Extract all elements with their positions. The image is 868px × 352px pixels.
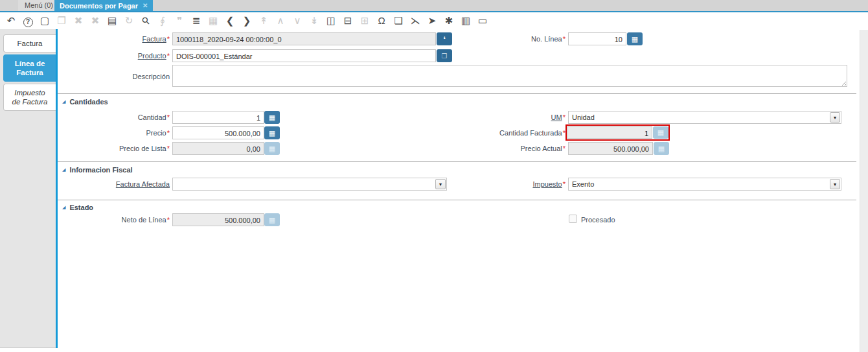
factura-label: Factura* (65, 34, 170, 43)
tab-menu[interactable]: Menú (0) (18, 0, 60, 11)
cantidad-calculator-button[interactable]: ▦ (264, 111, 280, 124)
descripcion-label: Descripción (65, 72, 170, 81)
grid-toggle-icon[interactable]: ≣ (188, 13, 205, 29)
cantidad-facturada-calculator-button: ▦ (653, 126, 668, 139)
calculator-icon: ▦ (658, 145, 665, 153)
zoom-across-icon[interactable]: ❏ (390, 13, 407, 29)
um-value: Unidad (569, 111, 829, 123)
no-linea-field-box (568, 32, 626, 45)
precio-actual-label: Precio Actual* (389, 144, 565, 153)
sidebar-tabs: FacturaLínea de FacturaImpuesto de Factu… (0, 29, 56, 348)
first-record-icon: ↟ (255, 13, 272, 29)
producto-input[interactable] (173, 51, 435, 62)
collapse-icon: ◢ (62, 167, 65, 173)
cantidad-input[interactable] (173, 112, 264, 124)
precio-input[interactable] (173, 128, 264, 139)
sidebar-accent-line (56, 29, 58, 348)
collapse-icon: ◢ (62, 99, 65, 105)
precio-field-box (172, 126, 264, 139)
print-icon: ⊞ (356, 13, 373, 29)
prev-record-icon[interactable]: ❮ (222, 13, 238, 29)
calculator-icon: ▦ (269, 113, 275, 122)
workflow-icon[interactable]: ⋋ (407, 13, 424, 29)
delete-record-icon: ✖ (70, 13, 87, 29)
send-mail-icon[interactable]: ➤ (424, 13, 440, 29)
um-label: UM* (389, 113, 565, 122)
impuesto-label: Impuesto* (389, 180, 565, 189)
producto-label: Producto* (65, 51, 170, 60)
precio-label: Precio* (65, 128, 170, 137)
neto-de-linea-input (173, 215, 264, 226)
procesado-checkbox[interactable] (569, 215, 577, 223)
descripcion-textarea[interactable] (173, 65, 847, 86)
chevron-down-icon[interactable]: ▾ (830, 112, 840, 123)
section-cantidades[interactable]: ◢ Cantidades (62, 98, 108, 106)
cantidad-field-box (172, 111, 264, 124)
no-linea-input[interactable] (569, 34, 626, 45)
save-icon[interactable]: ▤ (104, 13, 120, 29)
precio-actual-input (569, 143, 652, 155)
vertical-scrollbar[interactable] (860, 30, 868, 352)
section-cantidades-label: Cantidades (69, 98, 108, 106)
delete-selection-icon: ✖ (87, 13, 104, 29)
impuesto-dropdown[interactable]: Exento ▾ (568, 178, 841, 191)
lock-icon[interactable]: Ω (373, 13, 390, 29)
precio-de-lista-calculator-button: ▦ (264, 142, 280, 155)
close-tab-icon[interactable]: ✕ (143, 2, 148, 9)
precio-de-lista-input (173, 143, 264, 155)
neto-de-linea-calculator-button: ▦ (264, 213, 280, 226)
collapse-icon: ◢ (62, 204, 65, 211)
calculator-icon: ▦ (657, 128, 664, 137)
report-icon[interactable]: ◫ (323, 13, 339, 29)
precio-calculator-button[interactable]: ▦ (264, 126, 280, 139)
tab-factura[interactable]: Factura (3, 34, 56, 53)
help-icon[interactable]: ? (19, 13, 36, 29)
cantidad-facturada-label: Cantidad Facturada* (389, 128, 565, 137)
no-linea-calculator-button[interactable]: ▦ (627, 32, 643, 45)
product-info-icon[interactable]: ▥ (457, 13, 474, 29)
precio-de-lista-label: Precio de Lista* (65, 144, 170, 153)
factura-afectada-label: Factura Afectada (65, 180, 170, 189)
precio-de-lista-field-box (172, 142, 264, 155)
cantidad-facturada-input[interactable] (567, 128, 652, 139)
calculator-icon: ▦ (269, 129, 275, 137)
section-informacion-fiscal[interactable]: ◢ Informacion Fiscal (62, 166, 133, 174)
section-divider (58, 93, 856, 94)
um-dropdown[interactable]: Unidad ▾ (568, 111, 841, 124)
chevron-down-icon[interactable]: ▾ (830, 179, 840, 189)
preferences-icon[interactable]: ✱ (440, 13, 457, 29)
next-record-icon[interactable]: ❯ (238, 13, 255, 29)
cantidad-facturada-highlight: ▦ (565, 124, 670, 141)
toolbar: ↶?▢❐✖✖▤↻⚲∮❞≣▦❮❯↟∧∨↡◫⊟⊞Ω❏⋋➤✱▥▭ (3, 12, 865, 29)
cantidad-facturada-field-box (567, 126, 652, 139)
precio-actual-field-box (568, 142, 653, 155)
calendar-icon: ▦ (205, 13, 222, 29)
section-informacion-fiscal-label: Informacion Fiscal (69, 166, 132, 174)
neto-de-linea-field-box (172, 213, 264, 226)
neto-de-linea-label: Neto de Línea* (65, 215, 170, 224)
tab-impuesto-de-factura[interactable]: Impuesto de Factura (3, 84, 56, 111)
section-estado-label: Estado (69, 204, 93, 211)
producto-field-box (172, 49, 436, 62)
section-estado[interactable]: ◢ Estado (62, 204, 93, 211)
cantidad-label: Cantidad* (65, 113, 170, 122)
calculator-icon: ▦ (632, 35, 638, 43)
last-record-icon: ↡ (306, 13, 323, 29)
tab-documentos-por-pagar[interactable]: Documentos por Pagar ✕ (54, 0, 153, 11)
window-tab-bar: Menú (0) Documentos por Pagar ✕ (0, 0, 868, 11)
tab-linea-de-factura[interactable]: Línea de Factura (3, 54, 56, 82)
quick-form-icon[interactable]: ▭ (474, 13, 491, 29)
parent-record-icon: ∧ (272, 13, 289, 29)
procesado-label: Procesado (581, 215, 615, 224)
section-divider (58, 200, 856, 200)
tab-label: Documentos por Pagar (60, 2, 138, 10)
producto-search-button[interactable]: ❒ (437, 49, 452, 62)
no-linea-label: No. Línea* (389, 34, 565, 43)
copy-record-icon: ❐ (53, 13, 70, 29)
new-record-icon[interactable]: ▢ (36, 13, 53, 29)
archive-icon[interactable]: ⊟ (339, 13, 356, 29)
impuesto-value: Exento (569, 178, 829, 190)
descripcion-field-box (172, 65, 847, 87)
calculator-icon: ▦ (269, 145, 275, 153)
undo-icon[interactable]: ↶ (3, 13, 19, 29)
